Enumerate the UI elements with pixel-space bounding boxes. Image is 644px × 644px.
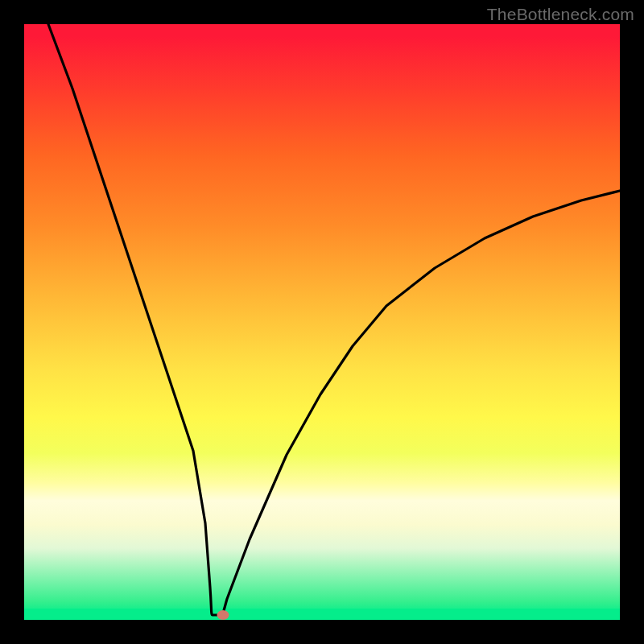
curve-svg xyxy=(24,24,620,620)
watermark-text: TheBottleneck.com xyxy=(487,5,634,24)
bottleneck-curve-path xyxy=(48,24,620,615)
gradient-plot-area xyxy=(24,24,620,620)
chart-canvas: TheBottleneck.com xyxy=(0,0,644,644)
optimum-marker xyxy=(217,610,229,620)
